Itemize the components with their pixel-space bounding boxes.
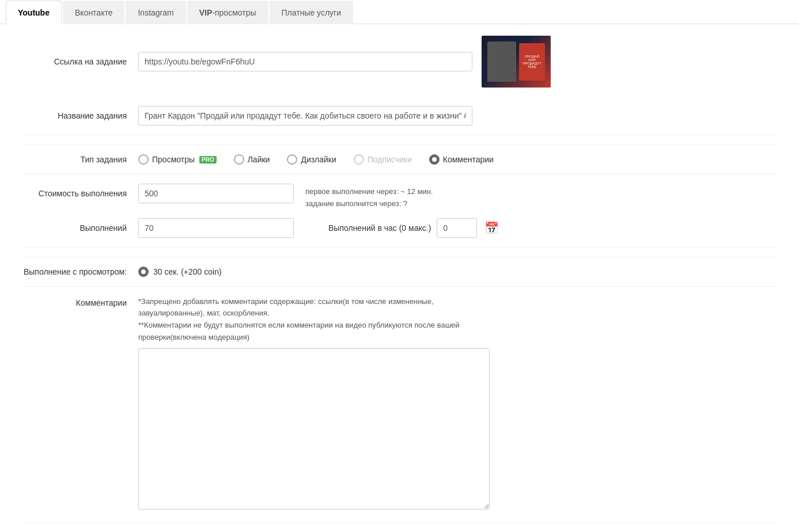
radio-likes[interactable]: Лайки xyxy=(234,154,270,165)
title-label: Название задания xyxy=(23,111,138,120)
radio-circle-view xyxy=(138,267,149,277)
main-content: Ссылка на задание ПРОДАЙИЛИПРОДАДУТТЕБЕ … xyxy=(0,24,799,532)
link-input[interactable] xyxy=(138,52,472,71)
cost-label: Стоимость выполнения xyxy=(23,189,138,198)
task-type-row: Тип задания Просмотры PRO Лайки Дизлайки… xyxy=(23,145,776,174)
radio-subscribers[interactable]: Подписчики xyxy=(354,154,412,165)
tabs-bar: Youtube Вконтакте Instagram VIP-просмотр… xyxy=(0,0,799,24)
radio-circle-comments xyxy=(429,154,440,165)
radio-comments[interactable]: Комментарии xyxy=(429,154,494,165)
comments-right: *Запрещено добавлять комментарии содержа… xyxy=(138,296,490,511)
radio-views[interactable]: Просмотры PRO xyxy=(138,154,217,165)
link-row: Ссылка на задание ПРОДАЙИЛИПРОДАДУТТЕБЕ xyxy=(23,36,776,97)
link-label: Ссылка на задание xyxy=(23,57,138,66)
comments-hint-line2: **Комментарии не будут выполнятся если к… xyxy=(138,321,460,341)
pro-badge: PRO xyxy=(199,156,217,164)
comments-label: Комментарии xyxy=(23,296,138,307)
title-input[interactable] xyxy=(138,106,472,126)
thumbnail-person xyxy=(487,41,516,82)
radio-circle-subscribers xyxy=(354,154,364,165)
cost-hints: первое выполнение через: ~ 12 мин. задан… xyxy=(305,184,433,210)
executions-label: Выполнений xyxy=(23,223,138,233)
tab-paid[interactable]: Платные услуги xyxy=(270,1,354,24)
per-hour-input[interactable] xyxy=(437,218,477,238)
view-row: Выполнение с просмотром: 30 сек. (+200 c… xyxy=(23,257,776,287)
cost-input[interactable] xyxy=(138,184,294,203)
radio-circle-likes xyxy=(234,154,244,165)
radio-circle-dislikes xyxy=(287,154,297,165)
comments-row: Комментарии *Запрещено добавлять коммент… xyxy=(23,296,776,511)
tab-vip[interactable]: VIP-просмотры xyxy=(187,1,268,24)
comments-hint: *Запрещено добавлять комментарии содержа… xyxy=(138,296,490,344)
tab-instagram[interactable]: Instagram xyxy=(126,1,185,24)
footer-bar: У вас: 102 161 coin Вам необходимо: 4970… xyxy=(23,523,776,532)
cost-executions-left: Стоимость выполнения xyxy=(23,184,294,203)
thumbnail-book: ПРОДАЙИЛИПРОДАДУТТЕБЕ xyxy=(519,43,545,81)
radio-circle-views xyxy=(138,154,149,165)
view-option-text: 30 сек. (+200 coin) xyxy=(153,267,222,276)
calendar-icon[interactable]: 📅 xyxy=(483,219,500,237)
executions-input[interactable] xyxy=(138,218,294,238)
view-label: Выполнение с просмотром: xyxy=(23,267,138,276)
title-row: Название задания xyxy=(23,106,776,135)
radio-dislikes[interactable]: Дизлайки xyxy=(287,154,336,165)
task-type-options: Просмотры PRO Лайки Дизлайки Подписчики xyxy=(138,154,494,165)
task-type-label: Тип задания xyxy=(23,155,138,164)
hint-second: задание выполнится через: ? xyxy=(305,198,433,210)
hint-first: первое выполнение через: ~ 12 мин. xyxy=(305,186,433,198)
tab-vkontakte[interactable]: Вконтакте xyxy=(63,1,125,24)
per-hour-group: Выполнений в час (0 макс.) 📅 xyxy=(328,218,500,238)
comments-textarea[interactable] xyxy=(138,348,490,510)
video-thumbnail: ПРОДАЙИЛИПРОДАДУТТЕБЕ xyxy=(482,36,551,88)
view-option[interactable]: 30 сек. (+200 coin) xyxy=(138,267,222,277)
comments-hint-line1: *Запрещено добавлять комментарии содержа… xyxy=(138,297,434,318)
per-hour-label: Выполнений в час (0 макс.) xyxy=(328,223,431,233)
tab-youtube[interactable]: Youtube xyxy=(6,1,62,24)
